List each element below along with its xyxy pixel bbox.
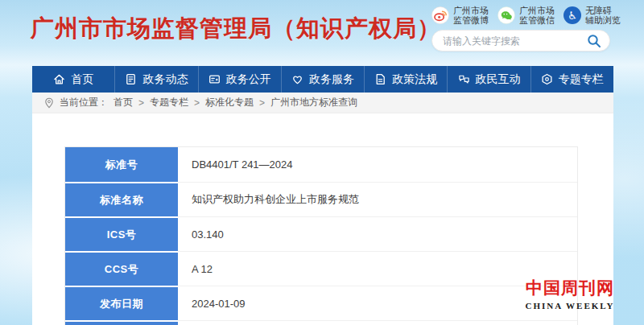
table-row-partial (65, 320, 577, 325)
row-label: 标准名称 (65, 182, 178, 216)
table-row: 发布日期 2024-01-09 (65, 286, 577, 320)
table-row: ICS号 03.140 (65, 216, 577, 251)
row-value: 2024-01-09 (178, 286, 577, 320)
weibo-link[interactable]: 广州市场 监管微博 (431, 6, 489, 25)
open-card-icon (208, 73, 221, 85)
site-title: 广州市市场监督管理局（知识产权局） (31, 13, 441, 45)
row-label: 标准号 (65, 147, 178, 182)
row-label: CCS号 (65, 251, 178, 286)
nav-item-zhengmin-hudong[interactable]: 政民互动 (447, 66, 530, 93)
nav-item-zhengwu-gongkai[interactable]: 政务公开 (198, 66, 281, 93)
standard-detail-table: 标准号 DB4401/T 241—2024 标准名称 知识产权助力科创企业上市服… (64, 146, 578, 325)
breadcrumb-prefix: 当前位置： (60, 96, 108, 109)
table-row: 标准号 DB4401/T 241—2024 (65, 147, 577, 182)
wechat-label: 广州市场 监管微信 (519, 6, 555, 25)
location-pin-icon (44, 97, 54, 109)
wechat-link[interactable]: 广州市场 监管微信 (497, 6, 555, 25)
search-box (431, 30, 610, 51)
search-icon (587, 34, 601, 48)
news-doc-icon (125, 73, 137, 85)
table-row: CCS号 A 12 (65, 251, 577, 286)
breadcrumb-item-current: 广州市地方标准查询 (270, 96, 357, 109)
header-quick-links: 广州市场 监管微博 广州市场 监管微信 ♿ 无障碍 辅助浏览 (431, 6, 621, 25)
row-value: 知识产权助力科创企业上市服务规范 (178, 182, 577, 216)
breadcrumb-item-biaozhunhua[interactable]: 标准化专题 (205, 96, 254, 109)
row-label: ICS号 (65, 216, 178, 251)
nav-item-zhengce-fagui[interactable]: 政策法规 (364, 66, 447, 93)
breadcrumb-item-home[interactable]: 首页 (114, 96, 133, 109)
breadcrumb-separator: > (259, 97, 265, 109)
chat-icon (458, 73, 470, 85)
weibo-icon (431, 6, 449, 24)
breadcrumb-item-zhuanti[interactable]: 专题专栏 (150, 96, 188, 109)
main-column: 首页 政务动态 政务公开 政 (32, 66, 613, 325)
content-panel: 标准号 DB4401/T 241—2024 标准名称 知识产权助力科创企业上市服… (32, 113, 613, 325)
main-nav: 首页 政务动态 政务公开 政 (32, 66, 613, 93)
row-value: DB4401/T 241—2024 (178, 147, 577, 182)
table-row: 标准名称 知识产权助力科创企业上市服务规范 (65, 182, 577, 216)
row-value: 03.140 (178, 216, 577, 251)
breadcrumb-separator: > (138, 97, 144, 109)
page: 广州市市场监督管理局（知识产权局） 广州市场 监管微博 (0, 0, 644, 325)
row-value: A 12 (178, 251, 577, 286)
accessibility-label: 无障碍 辅助浏览 (585, 6, 621, 25)
nav-item-zhengwu-dongtai[interactable]: 政务动态 (114, 66, 197, 93)
home-icon (53, 73, 65, 85)
nav-item-zhuanti-zhuanlan[interactable]: 专题专栏 (530, 66, 613, 93)
breadcrumb: 当前位置： 首页 > 专题专栏 > 标准化专题 > 广州市地方标准查询 (32, 93, 613, 113)
heart-icon (291, 73, 303, 85)
row-value (178, 320, 577, 325)
nav-item-zhengwu-fuwu[interactable]: 政务服务 (281, 66, 364, 93)
wechat-icon (497, 6, 515, 24)
accessibility-icon: ♿ (564, 6, 581, 24)
breadcrumb-separator: > (194, 97, 200, 109)
badge-icon (541, 73, 553, 85)
search-input[interactable] (443, 35, 587, 47)
search-button[interactable] (587, 34, 601, 48)
accessibility-link[interactable]: ♿ 无障碍 辅助浏览 (564, 6, 621, 25)
weibo-label: 广州市场 监管微博 (453, 6, 489, 25)
law-doc-icon (374, 73, 386, 85)
row-label: 发布日期 (65, 286, 178, 320)
row-label (65, 320, 178, 325)
nav-item-home[interactable]: 首页 (32, 66, 114, 93)
